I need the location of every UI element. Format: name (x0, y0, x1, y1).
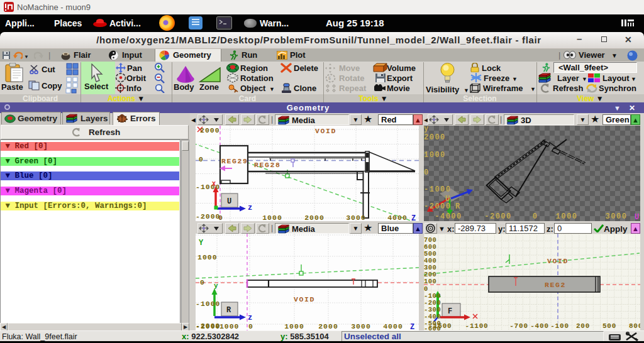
svg-text:0: 0 (424, 168, 430, 177)
svg-text:800: 800 (629, 322, 640, 330)
svg-text:-4000: -4000 (435, 212, 462, 221)
svg-text:Z: Z (410, 323, 414, 330)
svg-text:y: y (214, 282, 218, 290)
svg-text:R: R (226, 306, 231, 315)
svg-text:U: U (445, 195, 451, 204)
svg-text:0: 0 (218, 214, 223, 221)
svg-text:500: 500 (602, 322, 616, 330)
svg-text:REG2: REG2 (545, 281, 566, 289)
svg-text:REG29: REG29 (221, 157, 248, 165)
svg-text:-2000: -2000 (484, 212, 512, 221)
svg-text:0: 0 (533, 212, 538, 221)
svg-text:z: z (248, 204, 252, 212)
svg-text:2000: 2000 (318, 322, 338, 330)
svg-text:1000: 1000 (284, 322, 304, 330)
svg-text:-1500: -1500 (428, 322, 452, 330)
svg-text:-400: -400 (530, 322, 549, 330)
svg-text:-1000: -1000 (196, 183, 221, 191)
svg-text:3000: 3000 (351, 322, 371, 330)
svg-text:-1100: -1100 (465, 322, 488, 330)
svg-text:4000: 4000 (387, 214, 408, 221)
svg-text:-700: -700 (509, 322, 528, 330)
svg-text:1000: 1000 (197, 253, 218, 261)
svg-text:-100: -100 (550, 322, 569, 330)
svg-text:z: z (248, 313, 252, 322)
svg-text:U: U (635, 213, 639, 221)
svg-text:3000: 3000 (606, 212, 628, 221)
svg-text:-2000: -2000 (196, 322, 221, 330)
svg-text:4000: 4000 (383, 322, 403, 330)
svg-text:3000: 3000 (346, 214, 366, 221)
svg-text:-2000: -2000 (424, 202, 452, 211)
svg-text:0: 0 (248, 322, 253, 330)
svg-text:5: 5 (328, 76, 331, 81)
svg-text:Y: Y (199, 239, 204, 248)
svg-text:X: X (212, 181, 216, 188)
svg-text:-2000: -2000 (196, 212, 221, 220)
svg-text:VOID: VOID (315, 127, 336, 135)
svg-text:U: U (227, 197, 231, 206)
svg-text:1000: 1000 (262, 214, 282, 221)
svg-text:0: 0 (200, 278, 205, 286)
svg-text:Z: Z (411, 214, 416, 221)
svg-text:-1000: -1000 (424, 185, 452, 194)
svg-text:100: 100 (424, 278, 436, 285)
svg-text:VOID: VOID (547, 257, 569, 265)
svg-text:2000: 2000 (200, 126, 220, 134)
svg-text:-1000: -1000 (196, 300, 221, 308)
svg-text:2000: 2000 (424, 133, 446, 142)
svg-text:y: y (424, 126, 430, 133)
svg-text:2000: 2000 (304, 214, 325, 221)
svg-text:200: 200 (576, 322, 590, 330)
svg-text:R: R (455, 202, 461, 211)
svg-text:1000: 1000 (556, 212, 578, 221)
svg-text:VOID: VOID (294, 295, 315, 303)
svg-text:REG28: REG28 (254, 161, 281, 169)
svg-text:F: F (448, 307, 452, 316)
svg-text:1000: 1000 (424, 151, 446, 160)
svg-text:0: 0 (199, 155, 204, 163)
